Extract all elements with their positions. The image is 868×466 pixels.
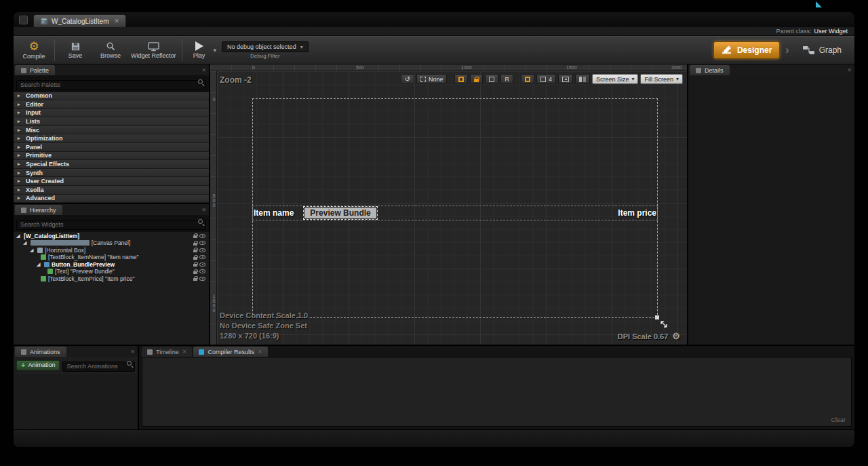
lock-icon[interactable] xyxy=(193,264,197,267)
grid-snap-toggle-button[interactable] xyxy=(521,74,534,84)
lock-icon[interactable] xyxy=(193,278,197,281)
expander-icon[interactable]: ▸ xyxy=(18,195,22,201)
expander-icon[interactable]: ▸ xyxy=(18,153,22,158)
designer-canvas[interactable]: 0 500 1000 Item name Preview Bundle Item… xyxy=(210,71,687,345)
palette-search-input[interactable] xyxy=(16,80,206,90)
horizontal-box-outline[interactable]: Item name Preview Bundle Item price xyxy=(252,206,658,220)
tree-row-text-previewbundle[interactable]: [Text] "Preview Bundle" xyxy=(14,268,209,275)
canvas-item-name-text[interactable]: Item name xyxy=(254,208,294,218)
panel-close-icon[interactable]: ✕ xyxy=(847,67,852,75)
lock-icon[interactable] xyxy=(193,235,197,238)
palette-category-advanced[interactable]: ▸Advanced xyxy=(14,195,209,203)
resize-handle[interactable] xyxy=(655,315,659,319)
debug-object-dropdown[interactable]: No debug object selected ▾ xyxy=(222,41,309,52)
compile-button[interactable]: ⚙ Compile xyxy=(19,37,49,63)
lock-icon[interactable] xyxy=(193,257,197,260)
canvas-grid[interactable]: Item name Preview Bundle Item price xyxy=(217,71,687,345)
compiler-results-output[interactable]: Clear xyxy=(142,357,852,427)
palette-category-input[interactable]: ▸Input xyxy=(14,109,209,118)
expander-icon[interactable]: ▸ xyxy=(18,170,22,176)
expander-icon[interactable]: ◢ xyxy=(30,248,35,253)
palette-category-xsolla[interactable]: ▸Xsolla xyxy=(14,186,209,195)
hierarchy-search-input[interactable] xyxy=(16,220,206,230)
palette-category-special-effects[interactable]: ▸Special Effects xyxy=(14,160,209,169)
add-animation-button[interactable]: + Animation xyxy=(16,360,60,370)
expander-icon[interactable]: ◢ xyxy=(37,262,42,267)
canvas-item-price-text[interactable]: Item price xyxy=(618,208,656,218)
lock-icon[interactable] xyxy=(193,250,197,252)
lock-widgets-button[interactable] xyxy=(470,74,483,84)
visibility-icon[interactable] xyxy=(199,263,205,267)
grid-snap-size-button[interactable]: 4 xyxy=(536,74,556,84)
panel-close-icon[interactable]: ✕ xyxy=(130,349,135,357)
widget-reflector-button[interactable]: Widget Reflector xyxy=(131,37,176,63)
play-button[interactable]: Play xyxy=(188,41,211,59)
screen-size-dropdown[interactable]: Screen Size ▾ xyxy=(592,74,639,84)
expander-icon[interactable]: ▸ xyxy=(18,102,22,107)
tree-row-button-bundlepreview[interactable]: ◢ Button_BundlePreview xyxy=(14,261,209,269)
canvas-preview-bundle-button[interactable]: Preview Bundle xyxy=(304,208,376,218)
anchor-dropdown[interactable]: None xyxy=(416,74,448,84)
save-button[interactable]: Save xyxy=(60,37,90,63)
expander-icon[interactable]: ▸ xyxy=(18,119,22,124)
compiler-results-tab[interactable]: Compiler Results ✕ xyxy=(193,347,267,357)
dpi-settings-gear-icon[interactable]: ⚙ xyxy=(672,331,680,341)
palette-category-panel[interactable]: ▸Panel xyxy=(14,143,209,152)
visibility-icon[interactable] xyxy=(199,241,205,245)
outline-toggle-button[interactable] xyxy=(454,74,468,84)
expander-icon[interactable]: ▸ xyxy=(18,128,22,133)
palette-category-lists[interactable]: ▸Lists xyxy=(14,117,209,126)
palette-category-synth[interactable]: ▸Synth xyxy=(14,169,209,178)
tree-row-textblock-itemprice[interactable]: [TextBlock_ItemPrice] "Item price" xyxy=(14,275,209,283)
play-options-caret-icon[interactable]: ▾ xyxy=(214,47,217,54)
tab-close-icon[interactable]: ✕ xyxy=(114,18,119,24)
panel-close-icon[interactable]: ✕ xyxy=(201,207,206,215)
tree-row-horizontal-box[interactable]: ◢ [Horizontal Box] xyxy=(14,247,209,254)
visibility-icon[interactable] xyxy=(199,255,205,259)
expander-icon[interactable]: ◢ xyxy=(16,233,22,239)
expander-icon[interactable]: ▸ xyxy=(18,110,22,115)
visibility-icon[interactable] xyxy=(199,269,205,273)
clear-log-button[interactable]: Clear xyxy=(831,416,846,423)
asset-tab[interactable]: W_CatalogListItem ✕ xyxy=(33,14,126,27)
rotation-mode-button[interactable]: R xyxy=(500,74,513,84)
details-tab[interactable]: Details xyxy=(690,65,730,75)
tab-close-icon[interactable]: ✕ xyxy=(182,349,187,355)
tab-close-icon[interactable]: ✕ xyxy=(258,349,262,355)
palette-category-primitive[interactable]: ▸Primitive xyxy=(14,152,209,161)
tree-row-textblock-itemname[interactable]: [TextBlock_ItemName] "Item name" xyxy=(14,254,209,261)
lock-icon[interactable] xyxy=(193,271,197,274)
localization-preview-button[interactable]: ↺ xyxy=(401,74,414,84)
snap-toggle-button[interactable] xyxy=(485,74,498,84)
fill-screen-dropdown[interactable]: Fill Screen ▾ xyxy=(640,74,683,84)
panel-close-icon[interactable]: ✕ xyxy=(201,67,206,75)
tree-row-root[interactable]: ◢ [W_CatalogListItem] xyxy=(14,233,209,240)
timeline-tab[interactable]: Timeline ✕ xyxy=(142,347,192,357)
expander-icon[interactable]: ◢ xyxy=(23,240,28,246)
expander-icon[interactable]: ▸ xyxy=(18,187,22,193)
animations-tab[interactable]: Animations xyxy=(15,347,66,357)
palette-category-editor[interactable]: ▸Editor xyxy=(14,100,209,109)
animations-search-input[interactable] xyxy=(62,362,135,372)
zoom-to-fit-button[interactable] xyxy=(558,74,573,84)
hierarchy-tab[interactable]: Hierarchy xyxy=(15,205,62,215)
palette-category-user-created[interactable]: ▸User Created xyxy=(14,177,209,186)
visibility-icon[interactable] xyxy=(199,234,205,238)
palette-category-common[interactable]: ▸Common xyxy=(14,92,209,101)
visibility-icon[interactable] xyxy=(199,277,205,281)
palette-category-optimization[interactable]: ▸Optimization xyxy=(14,134,209,143)
graph-mode-button[interactable]: Graph xyxy=(795,41,849,59)
designer-mode-button[interactable]: Designer xyxy=(713,41,780,59)
palette-category-misc[interactable]: ▸Misc xyxy=(14,126,209,135)
palette-tab[interactable]: Palette xyxy=(15,65,55,75)
expander-icon[interactable]: ▸ xyxy=(18,161,22,167)
expander-icon[interactable]: ▸ xyxy=(18,93,22,98)
preview-flip-button[interactable] xyxy=(575,74,590,84)
browse-button[interactable]: Browse xyxy=(96,37,125,63)
tree-row-canvas-panel[interactable]: ◢ [Canvas Panel] xyxy=(14,239,209,247)
expander-icon[interactable]: ▸ xyxy=(18,136,22,141)
widget-canvas-bounds[interactable]: Item name Preview Bundle Item price xyxy=(252,98,658,318)
expander-icon[interactable]: ▸ xyxy=(18,178,22,184)
window-menu-icon[interactable] xyxy=(19,16,28,24)
animations-list[interactable] xyxy=(14,374,138,430)
